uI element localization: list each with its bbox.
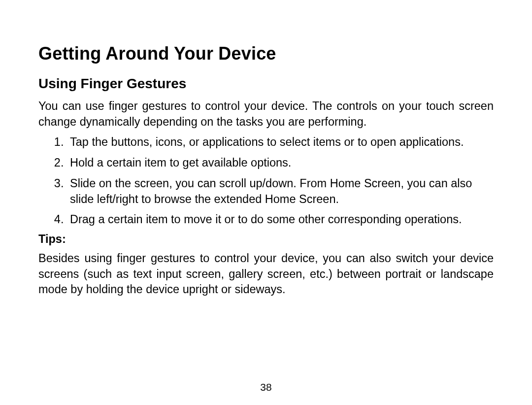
list-item: Hold a certain item to get available opt… bbox=[67, 155, 494, 171]
page-number: 38 bbox=[0, 381, 532, 393]
list-item: Slide on the screen, you can scroll up/d… bbox=[67, 176, 494, 207]
tips-label: Tips: bbox=[38, 233, 494, 246]
steps-list: Tap the buttons, icons, or applications … bbox=[38, 135, 494, 228]
intro-paragraph: You can use finger gestures to control y… bbox=[38, 99, 494, 130]
list-item: Drag a certain item to move it or to do … bbox=[67, 212, 494, 228]
document-page: Getting Around Your Device Using Finger … bbox=[0, 0, 532, 405]
tips-paragraph: Besides using finger gestures to control… bbox=[38, 251, 494, 298]
list-item: Tap the buttons, icons, or applications … bbox=[67, 135, 494, 150]
section-title: Using Finger Gestures bbox=[38, 76, 494, 92]
chapter-title: Getting Around Your Device bbox=[38, 43, 494, 64]
